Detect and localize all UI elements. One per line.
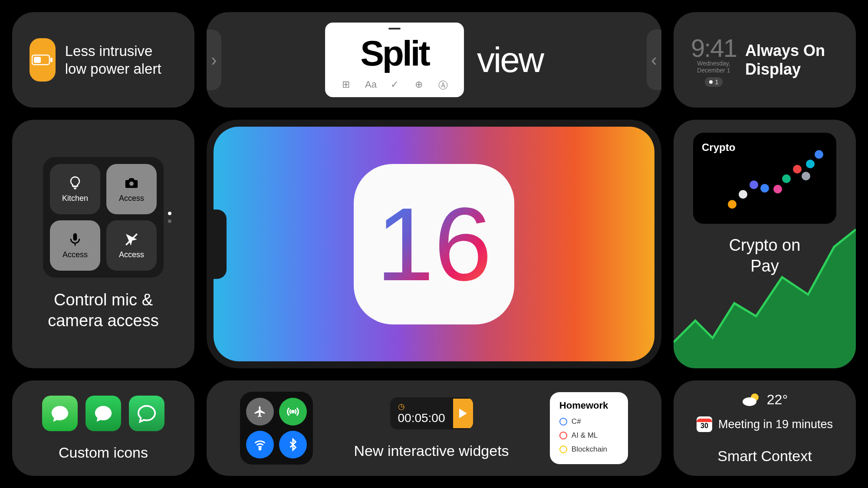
- split-title-bold: Split: [360, 33, 429, 74]
- homework-item[interactable]: Blockchain: [559, 442, 618, 456]
- split-title-light: view: [477, 39, 543, 80]
- timer-widget[interactable]: ◷ 00:05:00: [390, 397, 473, 429]
- smart-context-card: 22° 30 Meeting in 19 minutes Smart Conte…: [674, 380, 856, 476]
- window-drag-handle[interactable]: [388, 28, 401, 29]
- phone-frame: 16: [207, 120, 661, 368]
- coin-icon: [750, 180, 758, 189]
- control-tile-location-access[interactable]: Access: [106, 220, 157, 271]
- weather-icon: [742, 392, 761, 408]
- split-view-card: › ‹ Split ⊞ Aa ✓ ⊕ Ⓐ view: [207, 12, 661, 108]
- clock-icon: ◷: [398, 402, 445, 411]
- phone-screen: 16: [214, 127, 654, 361]
- markup-icon[interactable]: Ⓐ: [438, 79, 448, 92]
- aod-badge-count: 1: [715, 79, 719, 85]
- control-access-card: Kitchen Access Access Access: [12, 120, 194, 368]
- tile-label: Kitchen: [62, 194, 88, 203]
- crypto-widget[interactable]: Crypto: [693, 133, 836, 224]
- temperature: 22°: [767, 392, 788, 408]
- radio-icon[interactable]: [559, 445, 567, 453]
- dot-active: [168, 212, 171, 215]
- aod-label: Always On Display: [745, 41, 838, 79]
- crypto-card: Crypto Crypto on Pay: [674, 120, 856, 368]
- radio-icon[interactable]: [559, 432, 567, 439]
- coin-icon: [782, 174, 791, 183]
- tile-label: Access: [62, 250, 88, 259]
- weather-row: 22°: [742, 392, 788, 408]
- chevron-left-icon[interactable]: ‹: [647, 29, 661, 90]
- tile-label: Access: [119, 250, 144, 259]
- aod-notification-pill[interactable]: 1: [705, 77, 723, 87]
- ios-version-tile: 16: [354, 164, 514, 324]
- svg-rect-2: [34, 57, 41, 63]
- radio-icon[interactable]: [559, 418, 567, 426]
- text-format-icon[interactable]: Aa: [365, 79, 375, 92]
- custom-icons-card: Custom icons: [12, 380, 194, 476]
- meeting-text: Meeting in 19 minutes: [718, 418, 833, 431]
- low-power-text: Less intrusive low power alert: [65, 42, 177, 78]
- chevron-right-icon[interactable]: ›: [207, 29, 221, 90]
- aod-date: Wednesday, December 1: [691, 60, 736, 74]
- control-tile-kitchen[interactable]: Kitchen: [50, 164, 100, 214]
- crypto-chart: [674, 221, 856, 368]
- control-tile-mic-access[interactable]: Access: [50, 220, 100, 271]
- control-tile-camera-access[interactable]: Access: [106, 164, 157, 214]
- bluetooth-icon[interactable]: [279, 431, 307, 459]
- aod-clock: 9:41 Wednesday, December 1 1: [691, 33, 736, 87]
- add-icon[interactable]: ⊕: [414, 79, 424, 92]
- control-caption: Control mic & camera access: [28, 290, 179, 331]
- phone-notch: [214, 210, 227, 279]
- calendar-icon: 30: [697, 416, 712, 432]
- homework-label: Blockchain: [572, 445, 607, 454]
- homework-item[interactable]: C#: [559, 415, 618, 429]
- low-power-card: Less intrusive low power alert: [12, 12, 194, 108]
- coin-icon: [802, 172, 810, 180]
- tile-label: Access: [119, 194, 144, 203]
- dot-inactive: [168, 219, 171, 223]
- svg-point-6: [292, 411, 294, 413]
- svg-point-7: [259, 448, 261, 450]
- wifi-icon[interactable]: [246, 431, 274, 459]
- messages-icon[interactable]: [42, 396, 78, 431]
- homework-label: AI & ML: [572, 431, 598, 440]
- smart-context-caption: Smart Context: [717, 448, 812, 465]
- battery-icon: [30, 38, 56, 82]
- control-grid: Kitchen Access Access Access: [43, 157, 164, 278]
- homework-title: Homework: [559, 400, 618, 411]
- play-button[interactable]: [453, 399, 473, 428]
- checklist-icon[interactable]: ✓: [389, 79, 400, 92]
- coin-icon: [793, 165, 802, 174]
- messages-icon[interactable]: [85, 396, 121, 431]
- split-toolbar: ⊞ Aa ✓ ⊕ Ⓐ: [325, 74, 464, 95]
- airplane-mode-icon[interactable]: [246, 398, 274, 426]
- aod-time: 9:41: [691, 33, 736, 62]
- svg-rect-1: [50, 58, 53, 62]
- timer-value: 00:05:00: [398, 411, 445, 425]
- svg-rect-4: [73, 233, 77, 240]
- homework-widget[interactable]: Homework C# AI & ML Blockchain: [550, 392, 628, 464]
- table-icon[interactable]: ⊞: [341, 79, 351, 92]
- svg-point-3: [129, 181, 134, 186]
- messages-icon[interactable]: [129, 396, 164, 431]
- phone-mockup: 16: [207, 120, 661, 368]
- page-dots[interactable]: [168, 212, 171, 223]
- homework-item[interactable]: AI & ML: [559, 429, 618, 442]
- custom-icons-caption: Custom icons: [59, 444, 148, 461]
- homework-label: C#: [572, 417, 581, 426]
- cellular-data-icon[interactable]: [279, 398, 307, 426]
- split-window: Split ⊞ Aa ✓ ⊕ Ⓐ: [325, 23, 464, 97]
- crypto-coins-cluster: [723, 150, 828, 215]
- icon-row: [42, 396, 164, 431]
- ios-version-number: 16: [376, 184, 492, 304]
- coin-icon: [806, 160, 815, 168]
- coin-icon: [728, 200, 736, 209]
- coin-icon: [739, 190, 747, 199]
- coin-icon: [815, 150, 823, 159]
- interactive-caption: New interactive widgets: [354, 442, 509, 459]
- coin-icon: [760, 184, 769, 193]
- dot-icon: [709, 80, 713, 84]
- control-center-widget[interactable]: [240, 392, 313, 465]
- always-on-display-card: 9:41 Wednesday, December 1 1 Always On D…: [674, 12, 856, 108]
- interactive-widgets-card: ◷ 00:05:00 New interactive widgets Homew…: [207, 380, 661, 476]
- svg-point-9: [743, 397, 756, 406]
- meeting-row: 30 Meeting in 19 minutes: [697, 416, 833, 432]
